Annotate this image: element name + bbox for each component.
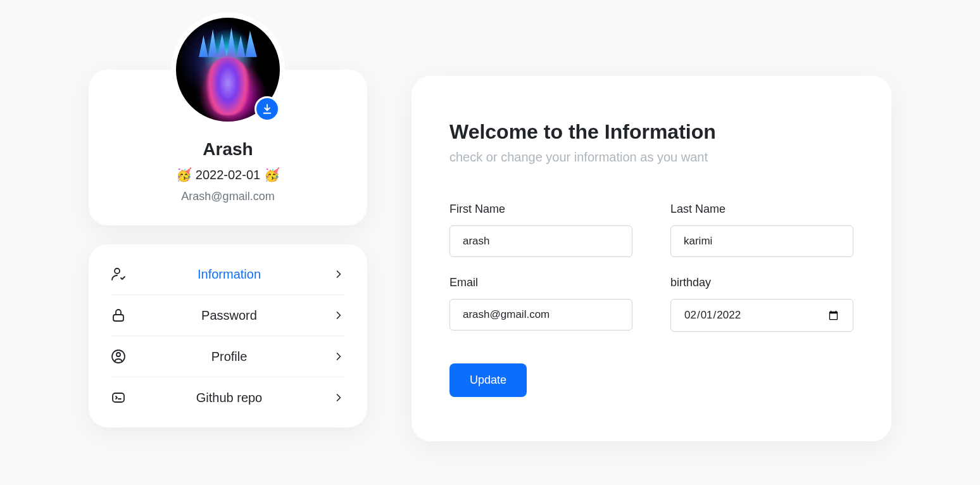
nav-item-github[interactable]: Github repo bbox=[111, 377, 345, 418]
first-name-group: First Name bbox=[449, 203, 632, 257]
nav-label: Information bbox=[126, 267, 332, 282]
profile-card: Arash 🥳 2022-02-01 🥳 Arash@gmail.com bbox=[89, 70, 367, 225]
last-name-input[interactable] bbox=[670, 225, 853, 257]
chevron-right-icon bbox=[332, 350, 345, 363]
email-label: Email bbox=[449, 276, 632, 289]
form-grid: First Name Last Name Email birthday bbox=[449, 203, 853, 332]
svg-rect-4 bbox=[113, 393, 124, 402]
birthday-group: birthday bbox=[670, 276, 853, 332]
svg-rect-1 bbox=[113, 315, 123, 321]
page-subtitle: check or change your information as you … bbox=[449, 150, 853, 165]
download-avatar-button[interactable] bbox=[254, 96, 280, 122]
nav-label: Password bbox=[126, 308, 332, 323]
nav-label: Profile bbox=[126, 350, 332, 364]
first-name-label: First Name bbox=[449, 203, 632, 216]
nav-label: Github repo bbox=[126, 391, 332, 405]
email-input[interactable] bbox=[449, 299, 632, 331]
chevron-right-icon bbox=[332, 268, 345, 280]
user-edit-icon bbox=[111, 267, 126, 282]
nav-item-profile[interactable]: Profile bbox=[111, 336, 345, 377]
profile-date: 🥳 2022-02-01 🥳 bbox=[108, 167, 348, 182]
profile-email: Arash@gmail.com bbox=[108, 190, 348, 203]
last-name-label: Last Name bbox=[670, 203, 853, 216]
svg-point-0 bbox=[115, 268, 120, 274]
nav-item-password[interactable]: Password bbox=[111, 295, 345, 336]
first-name-input[interactable] bbox=[449, 225, 632, 257]
download-icon bbox=[261, 103, 273, 115]
last-name-group: Last Name bbox=[670, 203, 853, 257]
birthday-input[interactable] bbox=[670, 299, 853, 332]
user-circle-icon bbox=[111, 349, 126, 364]
page-title: Welcome to the Information bbox=[449, 120, 853, 144]
nav-card: Information Password Profile Github repo bbox=[89, 244, 367, 427]
avatar-wrap bbox=[171, 13, 285, 127]
profile-name: Arash bbox=[108, 139, 348, 160]
main-card: Welcome to the Information check or chan… bbox=[411, 76, 891, 441]
email-group: Email bbox=[449, 276, 632, 332]
update-button[interactable]: Update bbox=[449, 363, 527, 397]
chevron-right-icon bbox=[332, 309, 345, 322]
lock-icon bbox=[111, 308, 126, 323]
chevron-right-icon bbox=[332, 391, 345, 404]
birthday-label: birthday bbox=[670, 276, 853, 289]
nav-item-information[interactable]: Information bbox=[111, 254, 345, 295]
svg-point-3 bbox=[116, 353, 120, 356]
terminal-icon bbox=[111, 390, 126, 405]
